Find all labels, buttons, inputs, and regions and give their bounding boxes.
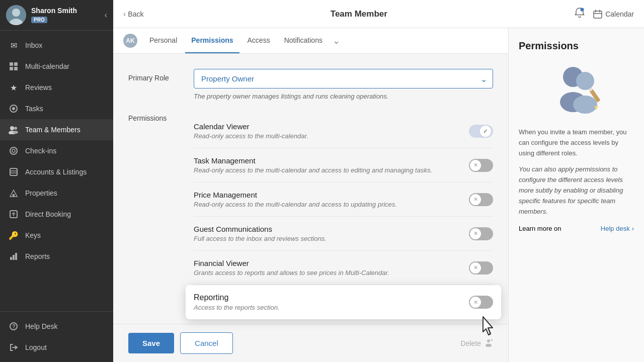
- svg-point-27: [581, 8, 584, 12]
- sidebar-footer: ? Help Desk Logout: [0, 311, 113, 362]
- primary-role-label: Primary Role: [128, 69, 194, 82]
- permission-desc: Read-only access to the multi-calendar.: [194, 132, 461, 140]
- main-area: ‹ Back Team Member Calendar: [113, 0, 644, 362]
- svg-rect-3: [10, 62, 13, 66]
- toggle-knob: [470, 160, 481, 171]
- permission-name: Task Management: [194, 156, 461, 165]
- reports-icon: [8, 251, 19, 262]
- form-content: Primary Role Property Owner ⌄ The proper…: [113, 54, 508, 319]
- svg-rect-28: [594, 11, 602, 18]
- sidebar-item-reviews[interactable]: ★ Reviews: [0, 77, 113, 98]
- permission-financial-viewer: Financial Viewer Grants access to report…: [194, 251, 493, 285]
- sidebar: Sharon Smith PRO ‹ ✉ Inbox Multi-calenda…: [0, 0, 113, 362]
- sidebar-item-tasks[interactable]: Tasks: [0, 98, 113, 119]
- primary-role-row: Primary Role Property Owner ⌄ The proper…: [128, 69, 493, 100]
- back-button[interactable]: ‹ Back: [123, 10, 143, 19]
- permission-task-management: Task Management Read-only access to the …: [194, 148, 493, 183]
- svg-point-39: [576, 72, 594, 90]
- sidebar-item-accounts-listings[interactable]: Accounts & Listings: [0, 161, 113, 183]
- tab-avatar: AK: [123, 34, 137, 48]
- svg-point-14: [12, 149, 15, 152]
- sidebar-item-label: Team & Members: [25, 126, 80, 134]
- svg-line-36: [491, 339, 493, 341]
- permissions-list-inner: Calendar Viewer Read-only access to the …: [194, 114, 493, 319]
- svg-rect-15: [10, 168, 17, 175]
- svg-point-12: [13, 131, 18, 134]
- properties-icon: [8, 188, 19, 199]
- role-select[interactable]: Property Owner: [194, 69, 493, 88]
- sidebar-item-label: Help Desk: [25, 322, 58, 330]
- sidebar-item-check-ins[interactable]: Check-ins: [0, 140, 113, 161]
- avatar: [6, 5, 26, 25]
- sidebar-item-inbox[interactable]: ✉ Inbox: [0, 35, 113, 56]
- delete-icon: [484, 338, 493, 348]
- primary-role-field: Property Owner ⌄ The property owner mana…: [194, 69, 493, 100]
- svg-rect-22: [13, 255, 15, 260]
- tab-personal[interactable]: Personal: [143, 28, 183, 53]
- svg-point-40: [573, 96, 597, 114]
- help-desk-link[interactable]: Help desk ›: [601, 225, 634, 232]
- permissions-label: Permissions: [128, 114, 194, 122]
- svg-point-8: [12, 107, 15, 110]
- calendar-label: Calendar: [605, 10, 634, 18]
- sidebar-item-label: Check-ins: [25, 147, 56, 155]
- permissions-illustration: [519, 62, 634, 117]
- sidebar-item-properties[interactable]: Properties: [0, 183, 113, 204]
- reporting-popup-card: Reporting Access to the reports section.: [186, 285, 501, 319]
- permissions-row: Permissions Calendar Viewer Read-only ac…: [128, 114, 493, 319]
- reporting-toggle[interactable]: [469, 296, 493, 309]
- sidebar-item-team-members[interactable]: Team & Members: [0, 119, 113, 140]
- right-panel-title: Permissions: [519, 40, 634, 52]
- sidebar-item-label: Logout: [25, 343, 47, 351]
- tab-notifications[interactable]: Notifications: [278, 28, 329, 53]
- sidebar-item-multi-calendar[interactable]: Multi-calendar: [0, 56, 113, 77]
- svg-text:?: ?: [12, 323, 16, 329]
- sidebar-item-keys[interactable]: 🔑 Keys: [0, 225, 113, 246]
- calendar-viewer-toggle[interactable]: ✓: [469, 125, 493, 138]
- sidebar-item-reports[interactable]: Reports: [0, 246, 113, 267]
- right-panel: Permissions When you invite a team membe…: [508, 28, 644, 362]
- sidebar-item-direct-booking[interactable]: Direct Booking: [0, 204, 113, 225]
- toggle-knob: [470, 297, 481, 308]
- sidebar-username: Sharon Smith: [31, 7, 105, 15]
- toggle-knob: [470, 228, 481, 239]
- price-management-toggle[interactable]: [469, 193, 493, 206]
- permission-name: Price Management: [194, 191, 461, 199]
- help-desk-label: Help desk: [601, 225, 630, 232]
- cancel-button[interactable]: Cancel: [180, 332, 233, 354]
- toggle-knob: ✓: [480, 126, 491, 137]
- guest-communications-toggle[interactable]: [469, 227, 493, 240]
- sidebar-item-label: Tasks: [25, 105, 43, 113]
- page-title: Team Member: [143, 9, 574, 19]
- sidebar-header: Sharon Smith PRO ‹: [0, 0, 113, 31]
- permission-name: Financial Viewer: [194, 259, 461, 267]
- tabs-more-icon[interactable]: ⌄: [333, 35, 340, 46]
- help-link-row: Learn more on Help desk ›: [519, 225, 634, 232]
- sidebar-item-logout[interactable]: Logout: [0, 337, 113, 358]
- topbar: ‹ Back Team Member Calendar: [113, 0, 644, 28]
- svg-point-34: [487, 339, 490, 342]
- sidebar-item-help-desk[interactable]: ? Help Desk: [0, 316, 113, 337]
- task-management-toggle[interactable]: [469, 159, 493, 172]
- sidebar-user-info: Sharon Smith PRO: [31, 7, 105, 24]
- permission-desc: Read-only access to the multi-calendar a…: [194, 166, 461, 174]
- sidebar-nav: ✉ Inbox Multi-calendar ★ Reviews: [0, 31, 113, 311]
- sidebar-item-label: Inbox: [25, 41, 42, 49]
- tab-permissions[interactable]: Permissions: [185, 28, 239, 53]
- back-label: Back: [128, 10, 143, 18]
- notifications-button[interactable]: [574, 7, 585, 21]
- sidebar-collapse-button[interactable]: ‹: [105, 11, 107, 20]
- calendar-button[interactable]: Calendar: [593, 10, 634, 19]
- save-button[interactable]: Save: [128, 333, 174, 353]
- financial-viewer-toggle[interactable]: [469, 261, 493, 275]
- delete-label: Delete: [461, 339, 481, 347]
- topbar-actions: Calendar: [574, 7, 634, 21]
- accounts-listings-icon: [8, 166, 19, 177]
- permission-price-management: Price Management Read-only access to the…: [194, 183, 493, 217]
- delete-button[interactable]: Delete: [461, 338, 493, 348]
- reviews-icon: ★: [8, 82, 19, 93]
- svg-point-13: [10, 147, 17, 154]
- tab-access[interactable]: Access: [242, 28, 276, 53]
- learn-more-label: Learn more on: [519, 225, 561, 232]
- svg-rect-6: [14, 67, 18, 70]
